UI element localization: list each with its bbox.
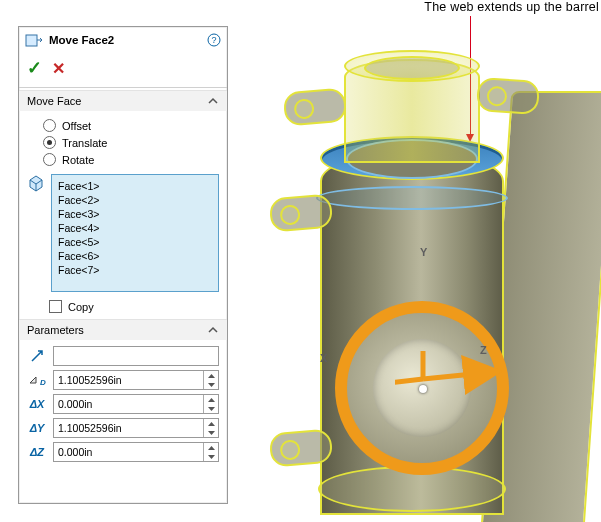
- mode-rotate-label: Rotate: [62, 154, 94, 166]
- lug: [269, 193, 334, 232]
- chevron-up-icon: [207, 95, 219, 107]
- move-triad-ring[interactable]: [335, 301, 509, 475]
- upper-sleeve-inner-edge: [364, 56, 460, 80]
- action-bar: ✓ ✕: [19, 55, 227, 85]
- spin-up[interactable]: [203, 395, 218, 404]
- svg-rect-0: [26, 35, 37, 46]
- radio-icon: [43, 119, 56, 132]
- radio-icon: [43, 153, 56, 166]
- spin-up[interactable]: [203, 371, 218, 380]
- property-manager-panel: Move Face2 ? ✓ ✕ Move Face Offset Transl…: [18, 26, 228, 504]
- list-item[interactable]: Face<7>: [58, 263, 212, 277]
- distance-field[interactable]: 1.10052596in: [53, 370, 219, 390]
- ok-button[interactable]: ✓: [27, 57, 42, 79]
- move-face-icon: [25, 31, 43, 49]
- mode-rotate[interactable]: Rotate: [43, 151, 219, 168]
- section-parameters-head[interactable]: Parameters: [19, 319, 227, 340]
- delta-x-label: ΔX: [27, 395, 47, 413]
- mode-offset-label: Offset: [62, 120, 91, 132]
- copy-checkbox[interactable]: [49, 300, 62, 313]
- delta-x-field[interactable]: 0.000in: [53, 394, 219, 414]
- axis-y-label: Y: [420, 246, 427, 258]
- delta-y-field[interactable]: 1.10052596in: [53, 418, 219, 438]
- mode-translate[interactable]: Translate: [43, 134, 219, 151]
- spin-down[interactable]: [203, 428, 218, 437]
- help-icon[interactable]: ?: [207, 33, 221, 47]
- chevron-up-icon: [207, 324, 219, 336]
- list-item[interactable]: Face<5>: [58, 235, 212, 249]
- triad-origin[interactable]: [419, 385, 427, 393]
- axis-x-label: X: [320, 352, 327, 364]
- face-selection-list[interactable]: Face<1> Face<2> Face<3> Face<4> Face<5> …: [51, 174, 219, 292]
- list-item[interactable]: Face<1>: [58, 179, 212, 193]
- mode-offset[interactable]: Offset: [43, 117, 219, 134]
- list-item[interactable]: Face<4>: [58, 221, 212, 235]
- cancel-button[interactable]: ✕: [52, 59, 65, 78]
- lug: [283, 87, 348, 126]
- callout-text: The web extends up the barrel: [424, 0, 599, 14]
- axis-z-label: Z: [480, 344, 487, 356]
- titlebar: Move Face2 ?: [19, 27, 227, 55]
- spin-up[interactable]: [203, 419, 218, 428]
- list-item[interactable]: Face<6>: [58, 249, 212, 263]
- spin-down[interactable]: [203, 452, 218, 461]
- spin-up[interactable]: [203, 443, 218, 452]
- face-selection-icon: [27, 174, 45, 192]
- lug: [476, 77, 540, 115]
- svg-text:D: D: [40, 378, 46, 387]
- spin-down[interactable]: [203, 404, 218, 413]
- radio-icon: [43, 136, 56, 149]
- list-item[interactable]: Face<3>: [58, 207, 212, 221]
- mode-translate-label: Translate: [62, 137, 107, 149]
- delta-y-label: ΔY: [27, 419, 47, 437]
- copy-label: Copy: [68, 301, 94, 313]
- list-item[interactable]: Face<2>: [58, 193, 212, 207]
- direction-field[interactable]: [53, 346, 219, 366]
- delta-z-label: ΔZ: [27, 443, 47, 461]
- direction-icon: [27, 347, 47, 365]
- distance-icon: D: [27, 371, 47, 389]
- feature-title: Move Face2: [49, 34, 201, 46]
- graphics-viewport[interactable]: Y X Z: [240, 26, 600, 522]
- svg-text:?: ?: [211, 35, 216, 45]
- section-parameters-label: Parameters: [27, 324, 84, 336]
- delta-z-field[interactable]: 0.000in: [53, 442, 219, 462]
- lug: [269, 428, 334, 467]
- section-move-face-label: Move Face: [27, 95, 81, 107]
- spin-down[interactable]: [203, 380, 218, 389]
- section-move-face-head[interactable]: Move Face: [19, 90, 227, 111]
- face-highlight: [316, 186, 508, 210]
